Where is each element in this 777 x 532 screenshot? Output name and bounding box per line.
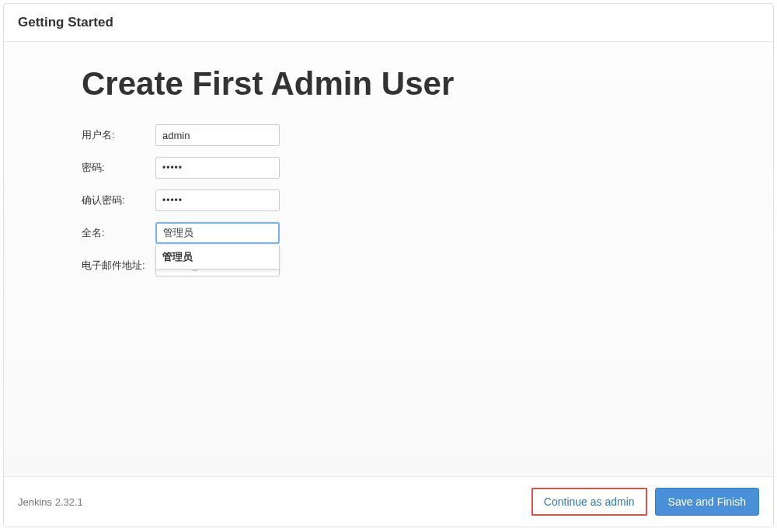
username-input[interactable]: [155, 124, 280, 146]
footer-actions: Continue as admin Save and Finish: [531, 488, 759, 516]
wizard-container: Getting Started Create First Admin User …: [3, 3, 774, 527]
email-label: 电子邮件地址:: [82, 259, 155, 273]
autocomplete-option[interactable]: 管理员: [156, 245, 279, 269]
continue-as-admin-button[interactable]: Continue as admin: [531, 488, 647, 516]
username-label: 用户名:: [82, 128, 155, 142]
password-row: 密码:: [82, 157, 695, 179]
password-label: 密码:: [82, 161, 155, 175]
fullname-input[interactable]: [155, 222, 280, 244]
fullname-row: 全名: 管理员: [82, 222, 695, 244]
header: Getting Started: [4, 4, 773, 42]
header-title: Getting Started: [18, 15, 759, 30]
password-input[interactable]: [155, 157, 280, 179]
content-area: Create First Admin User 用户名: 密码: 确认密码: 全…: [4, 42, 773, 476]
version-text: Jenkins 2.32.1: [18, 496, 83, 508]
confirm-password-input[interactable]: [155, 190, 280, 211]
username-row: 用户名:: [82, 124, 695, 146]
footer: Jenkins 2.32.1 Continue as admin Save an…: [4, 476, 773, 527]
save-and-finish-button[interactable]: Save and Finish: [655, 488, 759, 516]
page-title: Create First Admin User: [82, 65, 695, 103]
confirm-password-row: 确认密码:: [82, 190, 695, 211]
fullname-label: 全名:: [82, 226, 155, 240]
confirm-password-label: 确认密码:: [82, 193, 155, 207]
autocomplete-dropdown: 管理员: [155, 245, 280, 269]
